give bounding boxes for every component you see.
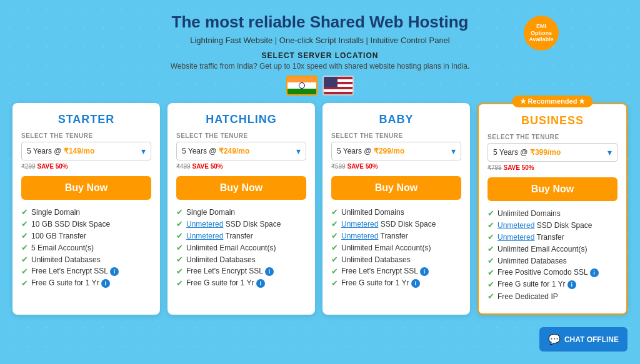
tenure-save-starter: ₹299 SAVE 50% [21,163,151,170]
plan-name-business: BUSINESS [488,114,618,127]
check-icon: ✔ [488,280,494,289]
check-icon: ✔ [176,231,183,240]
feature-text: Free G suite for 1 Yr i [186,278,265,288]
page-wrapper: The most reliable Shared Web Hosting Lig… [0,0,640,315]
india-flag[interactable] [286,76,318,96]
feature-text: Unmetered SSD Disk Space [186,220,281,229]
feature-text: Free Let's Encrypt SSL i [186,267,274,276]
feature-text: Unmetered Transfer [341,232,408,240]
check-icon: ✔ [488,232,494,242]
check-icon: ✔ [176,207,183,217]
feature-item: ✔10 GB SSD Disk Space [21,219,151,229]
feature-item: ✔Unlimited Databases [21,255,151,264]
feature-item: ✔Unlimited Databases [331,255,461,264]
check-icon: ✔ [488,256,494,265]
plan-card-starter: STARTERSELECT THE TENURE 5 Years @ ₹149/… [12,103,160,315]
feature-item: ✔100 GB Transfer [21,231,151,240]
recommended-badge: ★ Recommended ★ [512,96,593,107]
feature-text: 5 Email Account(s) [31,243,94,252]
info-icon[interactable]: i [256,279,265,288]
feature-text: Unlimited Databases [498,257,567,265]
feature-item: ✔Unmetered SSD Disk Space [176,219,306,229]
check-icon: ✔ [21,219,28,229]
feature-text: Unlimited Email Account(s) [186,243,276,252]
plan-card-hatchling: HATCHLINGSELECT THE TENURE 5 Years @ ₹24… [168,103,315,315]
usa-flag[interactable] [322,76,354,96]
feature-item: ✔Free Let's Encrypt SSL i [21,267,151,276]
check-icon: ✔ [176,278,183,288]
check-icon: ✔ [21,207,28,217]
check-icon: ✔ [488,244,494,253]
tenure-save-business: ₹799 SAVE 50% [488,164,618,171]
check-icon: ✔ [488,209,494,218]
chat-offline-button[interactable]: 💬 CHAT OFFLINE [539,327,628,352]
buy-button-hatchling[interactable]: Buy Now [176,176,306,200]
info-icon[interactable]: i [110,267,119,276]
check-icon: ✔ [21,243,28,252]
feature-text: Single Domain [31,208,80,217]
tenure-chevron-starter: ▾ [141,146,146,156]
check-icon: ✔ [488,268,494,277]
buy-button-starter[interactable]: Buy Now [21,176,151,200]
feature-item: ✔Free G suite for 1 Yr i [21,278,151,288]
check-icon: ✔ [331,219,338,229]
chat-label: CHAT OFFLINE [564,335,619,344]
info-icon[interactable]: i [411,279,420,288]
tenure-selector-business[interactable]: 5 Years @ ₹399/mo ▾ [488,143,618,162]
feature-text: Unlimited Email Account(s) [498,245,587,253]
check-icon: ✔ [176,255,183,264]
feature-item: ✔Free Positive Comodo SSL i [488,268,618,277]
feature-text: Free Let's Encrypt SSL i [341,267,429,276]
tenure-selector-starter[interactable]: 5 Years @ ₹149/mo ▾ [21,142,151,160]
info-icon[interactable]: i [590,268,599,277]
tenure-selector-hatchling[interactable]: 5 Years @ ₹249/mo ▾ [176,142,306,160]
plans-container: STARTERSELECT THE TENURE 5 Years @ ₹149/… [12,103,628,315]
plan-name-starter: STARTER [21,113,151,126]
feature-text: Unlimited Databases [31,255,101,264]
check-icon: ✔ [21,255,28,264]
flag-selector [12,76,628,96]
tenure-label-baby: SELECT THE TENURE [331,132,461,139]
tenure-selector-baby[interactable]: 5 Years @ ₹299/mo ▾ [331,142,461,160]
buy-button-business[interactable]: Buy Now [488,177,618,201]
buy-button-baby[interactable]: Buy Now [331,176,461,200]
tenure-chevron-baby: ▾ [451,146,456,156]
feature-item: ✔Free G suite for 1 Yr i [176,278,306,288]
feature-item: ✔Free Let's Encrypt SSL i [331,267,461,276]
feature-text: Unmetered Transfer [498,233,564,242]
feature-item: ✔Unmetered SSD Disk Space [331,219,461,229]
feature-text: Unlimited Email Account(s) [341,243,431,252]
info-icon[interactable]: i [420,267,429,276]
feature-item: ✔Free Dedicated IP [488,292,618,301]
feature-item: ✔Unmetered Transfer [331,231,461,240]
feature-text: Free Dedicated IP [498,292,558,301]
check-icon: ✔ [331,267,338,276]
info-icon[interactable]: i [568,280,576,289]
check-icon: ✔ [331,278,338,288]
tenure-label-business: SELECT THE TENURE [488,134,618,140]
feature-item: ✔5 Email Account(s) [21,243,151,252]
check-icon: ✔ [331,207,338,217]
feature-item: ✔Single Domain [176,207,306,217]
tenure-text-starter: 5 Years @ ₹149/mo [27,147,94,155]
feature-text: Unmetered Transfer [186,232,253,240]
plan-name-baby: BABY [331,113,461,126]
feature-item: ✔Unlimited Databases [488,256,618,265]
feature-text: Free Positive Comodo SSL i [498,268,599,277]
info-icon[interactable]: i [265,267,274,276]
feature-text: 100 GB Transfer [31,232,86,240]
feature-item: ✔Unlimited Databases [176,255,306,264]
features-list-baby: ✔Unlimited Domains✔Unmetered SSD Disk Sp… [331,207,461,288]
check-icon: ✔ [176,219,183,229]
feature-text: Free G suite for 1 Yr i [341,278,420,288]
feature-text: Free Let's Encrypt SSL i [31,267,119,276]
feature-text: 10 GB SSD Disk Space [31,220,110,229]
feature-text: Unmetered SSD Disk Space [341,220,436,229]
tenure-save-baby: ₹599 SAVE 50% [331,163,461,170]
server-location-section: SELECT SERVER LOCATION Website traffic f… [12,51,628,96]
plan-card-baby: BABYSELECT THE TENURE 5 Years @ ₹299/mo … [322,103,470,315]
feature-text: Free G suite for 1 Yr i [31,278,110,288]
info-icon[interactable]: i [101,279,110,288]
feature-text: Free G suite for 1 Yr i [498,280,576,289]
tenure-chevron-hatchling: ▾ [296,146,301,156]
